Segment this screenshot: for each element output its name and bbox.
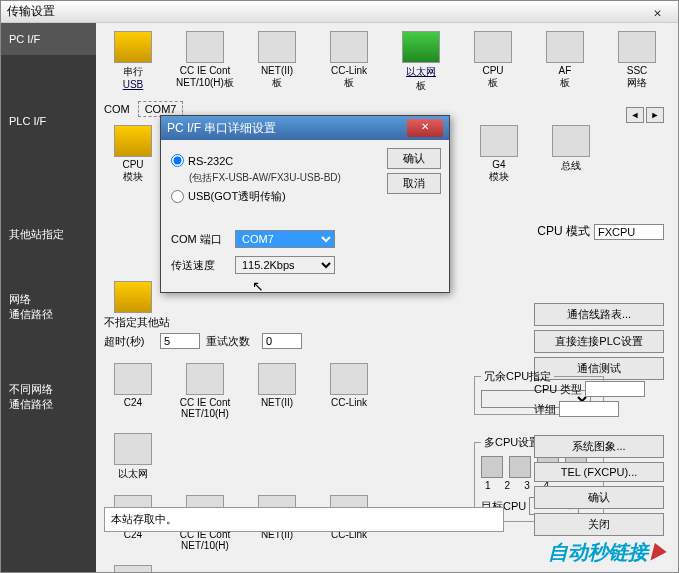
scroll-left-icon[interactable]: ◄ xyxy=(626,107,644,123)
g4-icon xyxy=(480,125,518,157)
sidebar-item-coexist-route[interactable]: 不同网络 通信路径 xyxy=(1,372,96,422)
icon-bus[interactable]: 总线 xyxy=(542,125,600,184)
icon-ccie[interactable]: CC IE ContNET/10(H)板 xyxy=(176,31,234,93)
route-list-button[interactable]: 通信线路表... xyxy=(534,303,664,326)
titlebar: 传输设置 ⨉ xyxy=(1,1,678,23)
cpu-block-2[interactable] xyxy=(509,456,531,478)
cpu-mode-row: CPU 模式 xyxy=(537,223,664,240)
close-icon[interactable]: ⨉ xyxy=(642,5,672,19)
network-route-icons: C24 CC IE ContNET/10(H) NET(II) CC-Link … xyxy=(104,363,394,481)
cpu-module-icon xyxy=(114,125,152,157)
sidebar: PC I/F PLC I/F 其他站指定 网络 通信路径 不同网络 通信路径 xyxy=(1,23,96,572)
nostation-icon xyxy=(114,281,152,313)
icon-cclink[interactable]: CC-Link板 xyxy=(320,31,378,93)
ok-button[interactable]: 确认 xyxy=(534,486,664,509)
cpu-icon xyxy=(474,31,512,63)
system-image-button[interactable]: 系统图象... xyxy=(534,435,664,458)
netii-icon xyxy=(258,31,296,63)
pc-if-icons: 串行USB CC IE ContNET/10(H)板 NET(II)板 CC-L… xyxy=(104,31,670,93)
content-area: 串行USB CC IE ContNET/10(H)板 NET(II)板 CC-L… xyxy=(96,23,678,572)
icon-serial-usb[interactable]: 串行USB xyxy=(104,31,162,93)
dialog-cancel-button[interactable]: 取消 xyxy=(387,173,441,194)
icon-ccie2[interactable]: CC IE ContNET/10(H) xyxy=(176,363,234,419)
cpu-type-group: CPU 类型 详细 系统图象... TEL (FXCPU)... 确认 关闭 xyxy=(534,381,664,536)
af-icon xyxy=(546,31,584,63)
sidebar-item-pc-if[interactable]: PC I/F xyxy=(1,23,96,55)
com-port-select[interactable]: COM7 xyxy=(235,230,335,248)
icon-cpu-board[interactable]: CPU板 xyxy=(464,31,522,93)
icon-cpu-module[interactable]: CPU模块 xyxy=(104,125,162,184)
radio-rs232c-input[interactable] xyxy=(171,154,184,167)
direct-plc-button[interactable]: 直接连接PLC设置 xyxy=(534,330,664,353)
icon-c24[interactable]: C24 xyxy=(104,363,162,419)
close-button[interactable]: 关闭 xyxy=(534,513,664,536)
ccie-icon xyxy=(186,31,224,63)
sidebar-item-network-route[interactable]: 网络 通信路径 xyxy=(1,282,96,332)
cpu-type-input[interactable] xyxy=(585,381,645,397)
dialog-ok-button[interactable]: 确认 xyxy=(387,148,441,169)
cpu-detail-input[interactable] xyxy=(559,401,619,417)
retry-input[interactable] xyxy=(262,333,302,349)
serial-detail-dialog: PC I/F 串口详细设置 ✕ 确认 取消 RS-232C (包括FX-USB-… xyxy=(160,115,450,293)
icon-eth3[interactable]: 以太网 xyxy=(104,565,162,572)
tel-fxcpu-button[interactable]: TEL (FXCPU)... xyxy=(534,462,664,482)
cpu-block-1[interactable] xyxy=(481,456,503,478)
dialog-close-icon[interactable]: ✕ xyxy=(407,119,443,137)
timeout-input[interactable] xyxy=(160,333,200,349)
icon-netii[interactable]: NET(II)板 xyxy=(248,31,306,93)
window-title: 传输设置 xyxy=(7,3,642,20)
dialog-titlebar[interactable]: PC I/F 串口详细设置 ✕ xyxy=(161,116,449,140)
scroll-right-icon[interactable]: ► xyxy=(646,107,664,123)
ssc-icon xyxy=(618,31,656,63)
cclink-icon xyxy=(330,31,368,63)
no-other-station-label: 不指定其他站 xyxy=(104,315,394,330)
cpu-mode-input[interactable] xyxy=(594,224,664,240)
serial-icon xyxy=(114,31,152,63)
status-bar: 本站存取中。 xyxy=(104,507,504,532)
icon-cclink2[interactable]: CC-Link xyxy=(320,363,378,419)
ethernet-icon xyxy=(402,31,440,63)
icon-af[interactable]: AF板 xyxy=(536,31,594,93)
icon-g4[interactable]: G4模块 xyxy=(470,125,528,184)
scroll-buttons: ◄ ► xyxy=(626,107,664,123)
dialog-title: PC I/F 串口详细设置 xyxy=(167,120,407,137)
sidebar-item-plc-if[interactable]: PLC I/F xyxy=(1,105,96,137)
sidebar-item-other-station[interactable]: 其他站指定 xyxy=(1,217,96,252)
dialog-body: 确认 取消 RS-232C (包括FX-USB-AW/FX3U-USB-BD) … xyxy=(161,140,449,292)
icon-eth2[interactable]: 以太网 xyxy=(104,433,162,481)
icon-ssc[interactable]: SSC网络 xyxy=(608,31,666,93)
icon-ethernet[interactable]: 以太网板 xyxy=(392,31,450,93)
bus-icon xyxy=(552,125,590,157)
radio-usb-input[interactable] xyxy=(171,190,184,203)
watermark: 自动秒链接▶ xyxy=(548,539,668,566)
baud-rate-select[interactable]: 115.2Kbps xyxy=(235,256,335,274)
icon-no-other-station[interactable] xyxy=(104,281,162,315)
icon-netii2[interactable]: NET(II) xyxy=(248,363,306,419)
